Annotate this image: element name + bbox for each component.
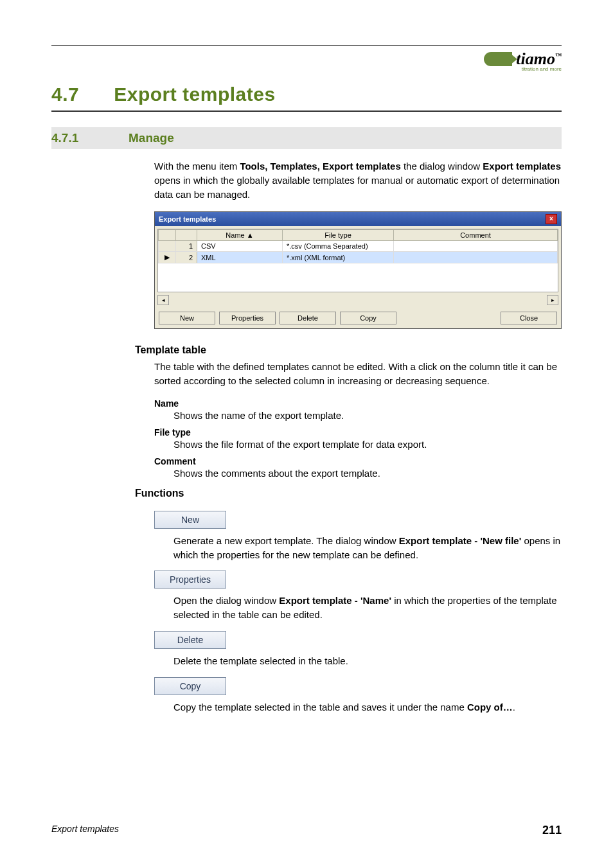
field-filetype-desc: Shows the file format of the export temp… bbox=[173, 439, 562, 450]
dialog-name: Export templates bbox=[483, 161, 561, 172]
dialog-titlebar: Export templates × bbox=[155, 212, 561, 226]
col-name[interactable]: Name ▲ bbox=[197, 230, 283, 241]
field-filetype-label: File type bbox=[154, 427, 562, 438]
fn-copy-button[interactable]: Copy bbox=[154, 677, 226, 695]
menu-path: Tools, Templates, Export templates bbox=[240, 161, 400, 172]
fn-properties-button[interactable]: Properties bbox=[154, 571, 226, 589]
close-icon[interactable]: × bbox=[546, 214, 557, 224]
section-heading: 4.7Export templates bbox=[51, 84, 562, 105]
footer-label: Export templates bbox=[51, 824, 119, 837]
field-name-desc: Shows the name of the export template. bbox=[173, 410, 562, 421]
page-number: 211 bbox=[542, 824, 562, 837]
fn-delete-desc: Delete the template selected in the tabl… bbox=[173, 654, 562, 668]
col-index[interactable] bbox=[176, 230, 197, 241]
template-table-heading: Template table bbox=[135, 344, 562, 356]
copy-button[interactable]: Copy bbox=[340, 312, 396, 324]
subsection-title: Manage bbox=[129, 131, 174, 145]
new-button[interactable]: New bbox=[159, 312, 215, 324]
page-footer: Export templates 211 bbox=[51, 824, 562, 837]
properties-button[interactable]: Properties bbox=[219, 312, 276, 324]
brand-tagline: titration and more bbox=[484, 66, 562, 72]
template-table-desc: The table with the defined templates can… bbox=[154, 360, 562, 388]
scroll-right-icon[interactable]: ▸ bbox=[547, 295, 558, 305]
delete-button[interactable]: Delete bbox=[280, 312, 336, 324]
dialog-table: Name ▲ File type Comment 1 CSV *.csv (Co… bbox=[157, 229, 558, 292]
fn-delete-button[interactable]: Delete bbox=[154, 631, 226, 649]
table-row[interactable]: ▶ 2 XML *.xml (XML format) bbox=[159, 252, 558, 263]
close-button[interactable]: Close bbox=[501, 312, 557, 324]
fn-copy-desc: Copy the template selected in the table … bbox=[173, 700, 562, 714]
scroll-left-icon[interactable]: ◂ bbox=[157, 295, 169, 305]
dialog-title-text: Export templates bbox=[159, 215, 216, 223]
section-title: Export templates bbox=[114, 84, 275, 105]
brand-logo: tiamo™ titration and more bbox=[51, 49, 562, 72]
col-filetype[interactable]: File type bbox=[283, 230, 394, 241]
intro-paragraph: With the menu item Tools, Templates, Exp… bbox=[154, 159, 562, 201]
brand-name: tiamo bbox=[516, 49, 555, 68]
export-templates-dialog: Export templates × Name ▲ File type Comm… bbox=[154, 211, 562, 329]
functions-heading: Functions bbox=[135, 488, 562, 499]
trademark: ™ bbox=[555, 52, 562, 59]
fn-new-button[interactable]: New bbox=[154, 511, 226, 529]
section-number: 4.7 bbox=[51, 84, 79, 105]
subsection-number: 4.7.1 bbox=[51, 131, 129, 145]
fn-new-desc: Generate a new export template. The dial… bbox=[173, 534, 562, 562]
swoosh-icon bbox=[484, 52, 512, 66]
table-row[interactable]: 1 CSV *.csv (Comma Separated) bbox=[159, 241, 558, 252]
fn-properties-desc: Open the dialog window Export template -… bbox=[173, 594, 562, 622]
horizontal-scrollbar[interactable]: ◂ ▸ bbox=[157, 295, 558, 305]
subsection-heading: 4.7.1Manage bbox=[51, 127, 562, 149]
field-comment-desc: Shows the comments about the export temp… bbox=[173, 468, 562, 479]
col-select[interactable] bbox=[159, 230, 176, 241]
field-name-label: Name bbox=[154, 398, 562, 409]
col-comment[interactable]: Comment bbox=[394, 230, 558, 241]
table-header-row: Name ▲ File type Comment bbox=[159, 230, 558, 241]
field-comment-label: Comment bbox=[154, 456, 562, 466]
